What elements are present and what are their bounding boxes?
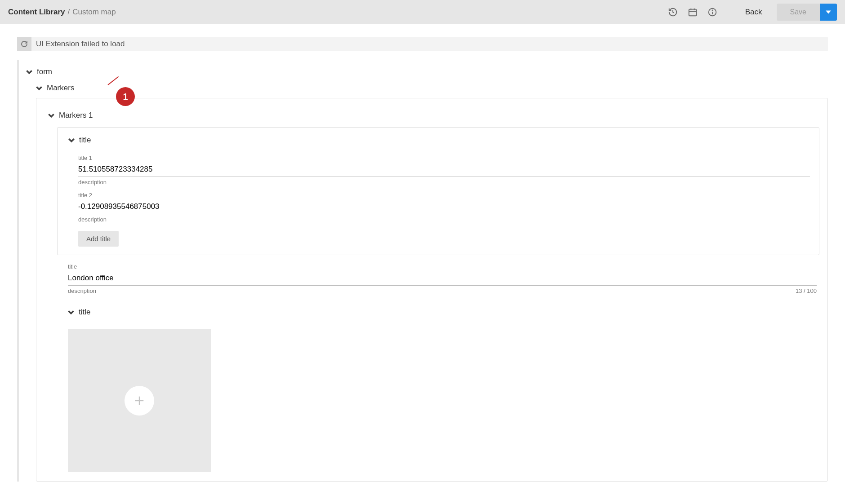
marker-title-description: description — [68, 287, 96, 294]
caret-down-icon — [826, 9, 831, 15]
breadcrumb: Content Library / Custom map — [8, 8, 116, 17]
title-group-toggle[interactable]: title — [68, 136, 810, 148]
add-title-button[interactable]: Add title — [78, 231, 119, 247]
markers-node-label: Markers — [47, 84, 74, 93]
callout-badge: 1 — [116, 87, 135, 106]
info-icon[interactable] — [707, 7, 717, 17]
top-bar: Content Library / Custom map Back Save — [0, 0, 845, 24]
form-node-label: form — [37, 67, 52, 76]
title2-field: title 2 description — [78, 192, 810, 223]
extension-error-message: UI Extension failed to load — [36, 40, 125, 49]
calendar-icon[interactable] — [688, 7, 698, 17]
title-group-label: title — [79, 136, 91, 145]
svg-point-6 — [712, 10, 712, 10]
title2-input[interactable] — [78, 200, 810, 214]
extension-error-banner: UI Extension failed to load — [17, 37, 828, 51]
save-dropdown-button[interactable] — [820, 4, 837, 21]
title1-field: title 1 description — [78, 155, 810, 186]
title1-input[interactable] — [78, 163, 810, 177]
editor-body: UI Extension failed to load 1 form Marke… — [0, 24, 845, 482]
marker-title-input[interactable] — [68, 272, 817, 286]
markers-1-card: Markers 1 title title 1 description — [36, 98, 828, 482]
markers-node-toggle[interactable]: Markers — [36, 80, 828, 96]
marker-title-label: title — [68, 263, 817, 270]
title1-description: description — [78, 179, 810, 186]
add-media-circle — [125, 386, 154, 416]
reload-extension-button[interactable] — [17, 37, 31, 51]
back-button[interactable]: Back — [745, 8, 762, 17]
chevron-down-icon — [48, 112, 54, 119]
title2-description: description — [78, 216, 810, 223]
media-title-node-toggle[interactable]: title — [48, 304, 819, 320]
chevron-down-icon — [26, 69, 32, 75]
media-title-node-label: title — [79, 308, 90, 317]
marker-title-field: title description 13 / 100 — [68, 263, 817, 294]
form-tree: form Markers Markers 1 title — [17, 64, 828, 482]
chevron-down-icon — [36, 85, 42, 91]
plus-icon — [133, 394, 146, 407]
breadcrumb-current: Custom map — [72, 8, 116, 17]
left-separator-rail — [17, 60, 19, 482]
markers1-node-toggle[interactable]: Markers 1 — [48, 107, 819, 124]
svg-rect-0 — [689, 9, 696, 16]
chevron-down-icon — [68, 309, 74, 315]
chevron-down-icon — [68, 137, 75, 143]
title-group-card: title title 1 description title 2 descri… — [57, 127, 819, 255]
form-node-toggle[interactable]: form — [26, 64, 828, 80]
callout-number: 1 — [123, 92, 128, 102]
breadcrumb-root[interactable]: Content Library — [8, 8, 65, 17]
top-bar-actions: Back Save — [668, 4, 837, 21]
markers1-node-label: Markers 1 — [59, 111, 93, 120]
history-icon[interactable] — [668, 7, 678, 17]
save-button[interactable]: Save — [777, 4, 820, 21]
marker-title-charcount: 13 / 100 — [796, 287, 817, 294]
add-media-placeholder[interactable] — [68, 329, 211, 472]
title1-label: title 1 — [78, 155, 810, 161]
title2-label: title 2 — [78, 192, 810, 199]
breadcrumb-separator: / — [68, 8, 70, 17]
reload-icon — [20, 40, 28, 48]
save-button-group: Save — [777, 4, 837, 21]
